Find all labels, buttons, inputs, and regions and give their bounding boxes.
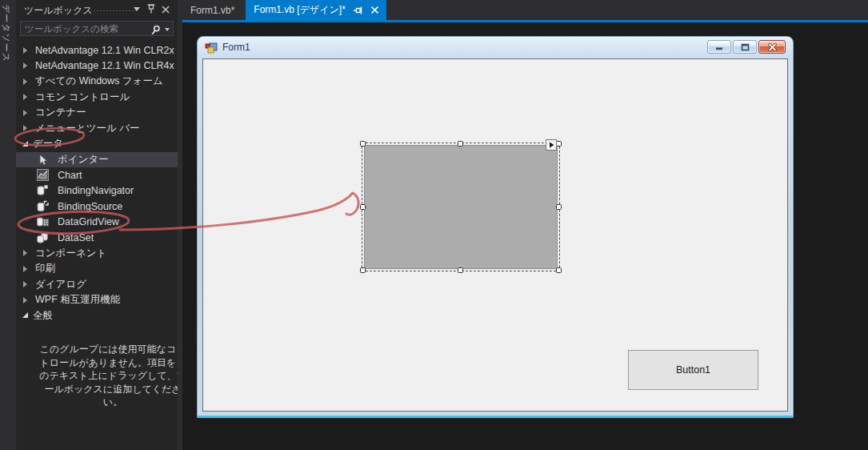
resize-handle-se[interactable] <box>556 267 562 273</box>
item-label: 印刷 <box>35 262 55 275</box>
resize-handle-e[interactable] <box>556 204 562 210</box>
collapsed-caret-icon[interactable] <box>23 250 30 256</box>
collapsed-caret-icon[interactable] <box>23 266 30 272</box>
resize-handle-n[interactable] <box>458 141 463 147</box>
collapsed-caret-icon[interactable] <box>23 281 30 287</box>
close-icon[interactable] <box>160 3 171 15</box>
toolbox-item-10[interactable]: BindingSource <box>16 199 178 215</box>
item-label: コンポーネント <box>35 247 106 260</box>
form1-window: Form1 <box>197 36 794 418</box>
item-label: BindingSource <box>58 201 122 212</box>
search-dropdown-icon[interactable] <box>165 28 170 34</box>
item-label: データ <box>33 137 63 151</box>
resize-handle-ne[interactable] <box>556 141 562 147</box>
toolbox-group-2[interactable]: すべての Windows フォーム <box>16 74 178 90</box>
collapsed-caret-icon[interactable] <box>23 125 30 131</box>
tab-label: Form1.vb [デザイン]* <box>254 3 345 17</box>
item-label: コンテナー <box>35 106 86 119</box>
toolbox-group-5[interactable]: メニューとツール バー <box>16 121 178 137</box>
toolbox-item-8[interactable]: Chart <box>16 167 178 183</box>
toolbox-item-9[interactable]: BindingNavigator <box>16 183 178 199</box>
button1-control[interactable]: Button1 <box>628 350 758 390</box>
item-label: コモン コントロール <box>35 90 130 104</box>
item-label: ダイアログ <box>35 278 86 291</box>
winforms-form-icon <box>205 42 218 54</box>
item-label: NetAdvantage 12.1 Win CLR4x <box>35 60 174 71</box>
toolbox-item-11[interactable]: DataGridView <box>16 215 178 231</box>
datagridview-control[interactable] <box>364 145 558 269</box>
pointer-icon <box>36 153 49 166</box>
collapsed-caret-icon[interactable] <box>23 94 30 100</box>
toolbox-group-14[interactable]: 印刷 <box>16 261 178 277</box>
toolbox-group-6[interactable]: データ <box>16 136 178 152</box>
tab-label: Form1.vb* <box>190 5 234 16</box>
form-bottom-glow <box>198 416 793 417</box>
toolbox-panel: ツールボックス NetAdvantage 12.1 Win CLR2xNetAd… <box>16 0 178 450</box>
search-icon[interactable] <box>151 24 161 38</box>
toolbox-group-1[interactable]: NetAdvantage 12.1 Win CLR4x <box>16 58 178 74</box>
collapsed-caret-icon[interactable] <box>23 110 30 116</box>
collapsed-caret-icon[interactable] <box>23 62 30 69</box>
data-sources-vertical-tab[interactable]: データソース <box>0 4 12 62</box>
play-arrow-icon <box>549 142 554 148</box>
minimize-button[interactable] <box>707 40 731 54</box>
search-input[interactable] <box>25 22 145 35</box>
datagridview-icon <box>36 215 49 228</box>
drag-grip-icon[interactable] <box>93 10 136 12</box>
smart-tag-button[interactable] <box>546 139 557 151</box>
toolbox-title: ツールボックス <box>24 4 93 18</box>
form1-client-area[interactable]: Button1 <box>202 58 788 412</box>
resize-handle-nw[interactable] <box>360 141 366 147</box>
collapsed-caret-icon[interactable] <box>23 78 30 85</box>
item-label: 全般 <box>33 309 53 323</box>
form1-title: Form1 <box>222 42 250 53</box>
item-label: DataGridView <box>58 216 119 227</box>
toolbox-item-7[interactable]: ポインター <box>16 152 178 168</box>
document-tabs: Form1.vb*Form1.vb [デザイン]* <box>182 0 386 20</box>
toolbox-item-12[interactable]: DataSet <box>16 230 178 246</box>
item-label: NetAdvantage 12.1 Win CLR2x <box>35 45 174 56</box>
toolbox-tree: NetAdvantage 12.1 Win CLR2xNetAdvantage … <box>16 42 178 323</box>
form1-titlebar[interactable]: Form1 <box>198 37 793 58</box>
close-button[interactable] <box>758 40 786 54</box>
item-label: BindingNavigator <box>58 185 134 196</box>
toolbox-group-4[interactable]: コンテナー <box>16 105 178 121</box>
item-label: メニューとツール バー <box>35 122 140 135</box>
collapsed-caret-icon[interactable] <box>23 297 30 303</box>
resize-handle-w[interactable] <box>360 204 366 210</box>
window-buttons <box>707 40 786 54</box>
dataset-icon <box>36 231 49 244</box>
window-menu-dropdown-icon[interactable] <box>131 3 142 15</box>
pin-icon[interactable] <box>146 3 157 15</box>
binding-source-icon <box>36 200 49 213</box>
tab-0[interactable]: Form1.vb* <box>182 0 246 20</box>
expanded-caret-icon[interactable] <box>22 139 29 150</box>
collapsed-caret-icon[interactable] <box>23 47 30 54</box>
toolbox-group-3[interactable]: コモン コントロール <box>16 90 178 106</box>
binding-navigator-icon <box>36 184 49 197</box>
item-label: Chart <box>58 170 82 181</box>
expanded-caret-icon[interactable] <box>22 310 29 321</box>
side-tool-strip: データソース <box>0 0 16 450</box>
empty-group-message: このグループには使用可能なコントロールがありません。項目をこのテキスト上にドラッ… <box>37 343 189 409</box>
item-label: WPF 相互運用機能 <box>35 293 120 307</box>
resize-handle-s[interactable] <box>458 267 463 273</box>
item-label: すべての Windows フォーム <box>35 74 163 88</box>
toolbox-search <box>20 21 174 36</box>
toolbox-group-16[interactable]: WPF 相互運用機能 <box>16 292 178 308</box>
item-label: ポインター <box>58 153 109 167</box>
close-icon[interactable] <box>370 6 379 14</box>
chart-icon <box>36 169 49 182</box>
pin-icon[interactable] <box>353 6 363 15</box>
item-label: DataSet <box>58 232 94 243</box>
toolbox-header: ツールボックス <box>16 0 178 19</box>
toolbox-group-15[interactable]: ダイアログ <box>16 277 178 293</box>
toolbox-group-17[interactable]: 全般 <box>16 308 178 324</box>
tab-1[interactable]: Form1.vb [デザイン]* <box>246 0 386 20</box>
toolbox-group-0[interactable]: NetAdvantage 12.1 Win CLR2x <box>16 42 178 58</box>
resize-handle-sw[interactable] <box>360 267 366 273</box>
maximize-button[interactable] <box>733 40 757 54</box>
toolbox-group-13[interactable]: コンポーネント <box>16 246 178 262</box>
